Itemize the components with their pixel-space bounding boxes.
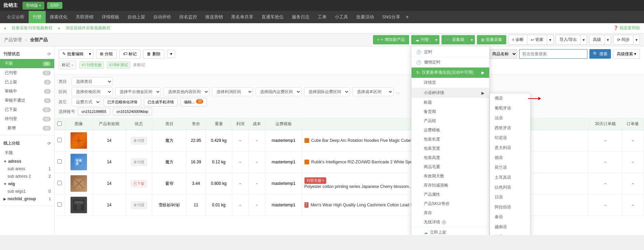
dropdown-detail-page[interactable]: 详情页 xyxy=(411,78,489,88)
lang-japanese[interactable]: 日语 xyxy=(490,192,530,202)
dropdown-section-cancel-timer[interactable]: 🕐 撤销定时 xyxy=(411,57,489,68)
unlabeled-tag[interactable]: 未标记 xyxy=(133,62,145,68)
export-button[interactable]: 导入/导出 xyxy=(556,35,581,45)
video-link-1[interactable]: 批量采集刊登视频教程 xyxy=(12,25,53,31)
lang-korean[interactable]: 韩语 xyxy=(490,232,530,235)
bulk-edit-more-button[interactable]: ▾ xyxy=(87,49,93,59)
dropdown-section-update-only[interactable]: ↻ 仅更新单项信息(活动中可用) ▶ xyxy=(411,68,489,78)
search-field-select[interactable]: 商品名称 xyxy=(488,49,517,59)
listing-button[interactable]: ☁ 刊登 xyxy=(411,35,433,44)
group-refresh-icon[interactable]: ⟳ xyxy=(47,141,51,146)
tag-button[interactable]: 🏷 标记 xyxy=(119,49,140,59)
marketing-button[interactable]: 营销版 ▾ xyxy=(23,2,44,10)
group-button[interactable]: ⊞ 分组 xyxy=(96,49,117,59)
lang-arabic[interactable]: 阿拉伯语 xyxy=(490,202,530,212)
video-link-2[interactable]: 浏览器插件采集视频教程 xyxy=(65,25,110,31)
nav-item-seo[interactable]: 搜索优化 xyxy=(46,11,72,23)
intl-shipping-select[interactable]: 选择国际运费区间 xyxy=(304,87,350,96)
nav-item-service-log[interactable]: 服务日志 xyxy=(288,11,314,23)
sidebar-item-review-failed[interactable]: 审核不通过 0 xyxy=(0,96,54,105)
phone-detail-button[interactable]: 已生成手机详情 xyxy=(144,98,178,106)
delete-button[interactable]: 🗑 删除 xyxy=(143,49,164,59)
open-modal-button[interactable]: 已开启模块化详情 xyxy=(104,98,141,106)
nav-item-auto-listing[interactable]: 自动上架 xyxy=(123,11,149,23)
sidebar-item-listed[interactable]: 已刊登 27 xyxy=(0,68,54,77)
listing-fail-tag[interactable]: 🏷 刊登失败 xyxy=(79,61,104,69)
dropdown-package-height[interactable]: 包装高度 xyxy=(411,153,489,162)
lang-indonesian[interactable]: 印尼语 xyxy=(490,133,530,143)
nav-item-listing[interactable]: 刊登 xyxy=(29,11,46,23)
breadcrumb-parent[interactable]: 产品管理 xyxy=(4,37,22,42)
tag-remove-icon[interactable]: × xyxy=(71,63,73,67)
nav-item-tools[interactable]: 小工具 xyxy=(331,11,352,23)
nav-item-blacklist[interactable]: 黑名单共享 xyxy=(227,11,257,23)
other-cost-select[interactable]: 选择其他内容区间 xyxy=(164,87,209,96)
lang-hebrew[interactable]: 以色列语 xyxy=(490,182,530,192)
nav-item-work-order[interactable]: 工单 xyxy=(314,11,331,23)
bm-test-tag[interactable]: 🏷 BM 测试 xyxy=(107,61,131,69)
lang-dutch[interactable]: 荷兰语 xyxy=(490,163,530,173)
row-checkbox-3[interactable] xyxy=(57,181,62,185)
bulk-edit-button[interactable]: ✎ 批量编辑 xyxy=(59,49,87,59)
dropdown-inventory-discount[interactable]: 库存扣减策略 xyxy=(411,181,489,190)
dropdown-package-width[interactable]: 包装宽度 xyxy=(411,144,489,153)
dropdown-product-attr[interactable]: 产品属性 xyxy=(411,190,489,199)
search-input[interactable] xyxy=(519,49,587,59)
sidebar-item-group-no-limit[interactable]: 不限 xyxy=(0,148,54,158)
listing-dropdown-button[interactable]: ▾ xyxy=(433,35,439,44)
row-checkbox-1[interactable] xyxy=(57,138,62,142)
category-select[interactable]: 选择类目 xyxy=(72,77,113,86)
dropdown-package-length[interactable]: 包装长度 xyxy=(411,135,489,144)
add-nav-button[interactable]: + xyxy=(406,14,409,20)
price-range-select[interactable]: 选择价格区间 xyxy=(72,87,113,96)
account1-button[interactable]: cn1512199855 xyxy=(78,108,110,115)
sidebar-item-new[interactable]: 新增 69 xyxy=(0,123,54,133)
sidebar-item-no-limit[interactable]: 不限 96 xyxy=(0,59,54,68)
row-checkbox-2[interactable] xyxy=(57,159,62,164)
export-dropdown-button[interactable]: ▾ xyxy=(581,35,587,45)
add-product-button[interactable]: + + 增加新产品 xyxy=(373,35,409,44)
lang-portuguese[interactable]: 葡萄牙语 xyxy=(490,103,530,113)
domestic-shipping-select[interactable]: 选择国内运费区间 xyxy=(256,87,301,96)
sidebar-group-sub-aress-2[interactable]: sub adress 2 2 xyxy=(0,173,54,180)
nav-item-auto-review[interactable]: 自动评价 xyxy=(149,11,175,23)
dropdown-mini-variety[interactable]: 小语种详情 ▶ xyxy=(411,88,489,98)
lang-italian[interactable]: 意大利语 xyxy=(490,143,530,153)
lang-spanish[interactable]: 西班牙语 xyxy=(490,123,530,133)
dropdown-wireless-detail[interactable]: 无线详情 ? xyxy=(411,218,489,227)
lang-thai[interactable]: 泰语 xyxy=(490,212,530,222)
sidebar-group-sub-aress[interactable]: sub aress 1 xyxy=(0,165,54,173)
collect-dropdown-button[interactable]: ▾ xyxy=(468,35,475,44)
dropdown-inventory[interactable]: 库存 xyxy=(411,208,489,218)
nav-item-sns[interactable]: SNS分享 xyxy=(378,11,404,23)
sidebar-item-reviewing[interactable]: 审核中 0 xyxy=(0,87,54,96)
sidebar-item-on-shelf[interactable]: 已上架 0 xyxy=(0,77,54,87)
search-button[interactable]: 🔍 搜索 xyxy=(589,49,611,59)
more-filters-link[interactable]: ... xyxy=(396,89,400,94)
dropdown-validity-days[interactable]: 有效期天数 xyxy=(411,172,489,181)
account2-button[interactable]: cn1515240009kbip xyxy=(113,108,152,115)
nav-item-batch-activity[interactable]: 批量活动 xyxy=(352,11,378,23)
advanced-button[interactable]: 高级 xyxy=(589,35,605,45)
sidebar-refresh-icon[interactable]: ⟳ xyxy=(47,52,51,57)
more-actions-button[interactable]: ▾ xyxy=(167,50,175,58)
nav-item-rank-monitor[interactable]: 排名监控 xyxy=(175,11,201,23)
row-checkbox-4[interactable] xyxy=(57,202,62,207)
nav-item-shop[interactable]: 全店诊断 xyxy=(3,11,29,23)
nav-item-through-train[interactable]: 直通车抢位 xyxy=(257,11,288,23)
select-all-checkbox[interactable] xyxy=(57,121,62,126)
cost-range-select[interactable]: 选择成本区间 xyxy=(353,87,393,96)
profit-range-select[interactable]: 选择利润区间 xyxy=(212,87,253,96)
dropdown-backup-period[interactable]: 备货期 xyxy=(411,107,489,116)
dropdown-product-weight[interactable]: 商品毛重 xyxy=(411,162,489,172)
erp-button[interactable]: ERP xyxy=(47,2,62,9)
platform-amount-select[interactable]: 选择平台佣金区间 xyxy=(115,87,161,96)
shipping-method-select[interactable]: 运费方式 xyxy=(72,98,101,106)
advanced-search-button[interactable]: 高级搜索 ▾ xyxy=(613,49,640,59)
dropdown-shipping-template[interactable]: 运费模板 xyxy=(411,126,489,135)
housekeeper-button[interactable]: ↩ 管家 xyxy=(527,35,547,45)
sidebar-item-off-shelf[interactable]: 已下架 25 xyxy=(0,105,54,114)
dropdown-upload-now[interactable]: ☁ 立即上架 xyxy=(411,227,489,235)
edit-button[interactable]: 编辑... 38 xyxy=(180,98,207,106)
sync-button[interactable]: ⟳ 同步 xyxy=(613,35,633,45)
